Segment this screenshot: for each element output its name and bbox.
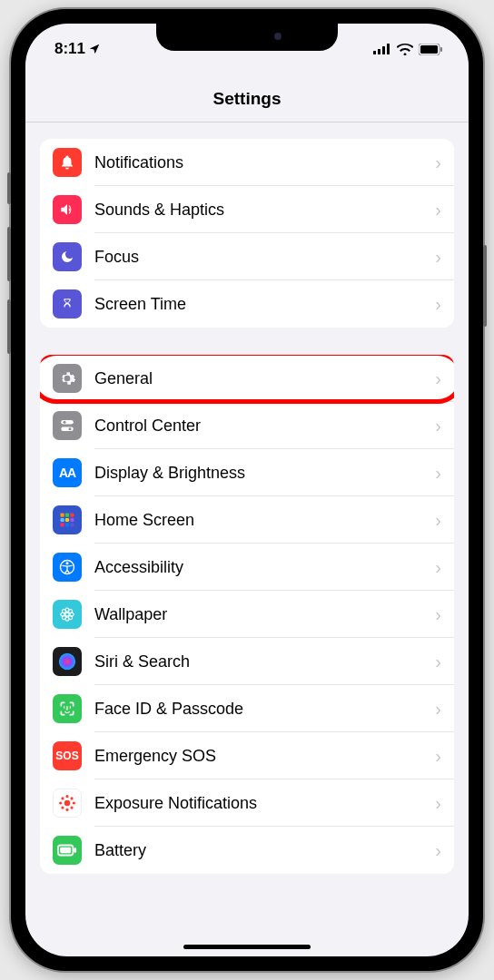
battery-icon [53,836,82,865]
side-button [7,299,11,354]
svg-point-36 [73,802,74,804]
svg-point-31 [59,653,75,670]
svg-rect-7 [61,420,74,425]
row-label: Sounds & Haptics [94,201,435,220]
chevron-right-icon: › [435,793,441,814]
battery-icon [419,44,443,55]
row-label: Notifications [94,153,435,172]
accessibility-icon [53,553,82,582]
row-label: Face ID & Passcode [94,700,435,719]
bell-icon [53,148,82,177]
status-left: 8:11 [54,40,101,58]
svg-rect-5 [420,45,438,54]
chevron-right-icon: › [435,604,441,625]
wifi-icon [397,44,413,55]
settings-group: Notifications › Sounds & Haptics › Focus… [40,139,454,328]
svg-rect-43 [74,848,76,853]
chevron-right-icon: › [435,416,441,436]
row-screen-time[interactable]: Screen Time › [40,280,454,328]
chevron-right-icon: › [435,840,441,861]
location-icon [88,43,101,55]
switches-icon [53,411,82,440]
chevron-right-icon: › [435,652,441,672]
row-label: Battery [94,841,435,860]
svg-rect-19 [70,523,74,526]
chevron-right-icon: › [435,368,441,389]
gear-icon [53,364,82,393]
nav-header: Settings [25,64,469,122]
chevron-right-icon: › [435,200,441,220]
svg-rect-9 [61,427,74,432]
svg-point-38 [71,798,73,799]
page-title: Settings [25,89,469,109]
screen: 8:11 [25,24,469,956]
exposure-icon [53,789,82,818]
svg-rect-2 [382,46,385,54]
svg-point-34 [66,808,68,810]
chevron-right-icon: › [435,152,441,173]
row-home-screen[interactable]: Home Screen › [40,496,454,544]
chevron-right-icon: › [435,699,441,720]
row-sounds[interactable]: Sounds & Haptics › [40,186,454,233]
svg-point-33 [66,796,68,798]
row-notifications[interactable]: Notifications › [40,139,454,186]
side-button [7,227,11,281]
svg-point-40 [71,807,73,808]
side-button [7,172,11,204]
row-siri[interactable]: Siri & Search › [40,638,454,685]
row-label: Siri & Search [94,652,435,671]
svg-rect-18 [65,523,69,526]
svg-point-39 [62,807,64,808]
svg-point-8 [64,421,66,424]
svg-rect-0 [373,51,376,54]
settings-content[interactable]: Notifications › Sounds & Haptics › Focus… [25,122,469,928]
svg-rect-1 [378,49,380,54]
status-right [373,44,443,55]
cellular-icon [373,44,391,54]
row-wallpaper[interactable]: Wallpaper › [40,591,454,638]
svg-rect-14 [61,518,64,522]
row-label: Accessibility [94,558,435,577]
row-exposure[interactable]: Exposure Notifications › [40,779,454,827]
row-general[interactable]: General › [40,355,454,402]
row-battery[interactable]: Battery › [40,827,454,874]
sos-icon: SOS [53,741,82,770]
row-emergency-sos[interactable]: SOS Emergency SOS › [40,732,454,779]
chevron-right-icon: › [435,557,441,578]
chevron-right-icon: › [435,463,441,484]
text-size-icon: AA [53,458,82,487]
svg-rect-13 [70,514,74,517]
speaker-icon [53,195,82,224]
svg-point-37 [62,798,64,799]
svg-rect-6 [440,47,442,52]
row-accessibility[interactable]: Accessibility › [40,544,454,591]
row-focus[interactable]: Focus › [40,233,454,280]
row-label: Screen Time [94,295,435,314]
notch [156,24,338,51]
moon-icon [53,242,82,271]
svg-point-21 [66,562,69,564]
svg-rect-17 [61,523,64,526]
svg-point-22 [65,612,69,616]
grid-icon [53,505,82,534]
row-label: Control Center [94,416,435,436]
faceid-icon [53,694,82,723]
row-control-center[interactable]: Control Center › [40,402,454,449]
row-display[interactable]: AA Display & Brightness › [40,449,454,496]
svg-rect-16 [70,518,74,522]
svg-rect-3 [387,44,390,54]
chevron-right-icon: › [435,247,441,268]
svg-rect-12 [65,514,69,517]
status-time: 8:11 [54,40,85,58]
row-label: Focus [94,248,435,267]
row-label: Emergency SOS [94,747,435,766]
row-faceid[interactable]: Face ID & Passcode › [40,685,454,732]
home-indicator[interactable] [183,945,311,949]
svg-rect-15 [65,518,69,522]
svg-point-35 [60,802,62,804]
row-label: Wallpaper [94,605,435,624]
row-label: General [94,369,435,388]
row-label: Display & Brightness [94,464,435,483]
side-button [483,245,487,327]
svg-rect-11 [61,514,64,517]
